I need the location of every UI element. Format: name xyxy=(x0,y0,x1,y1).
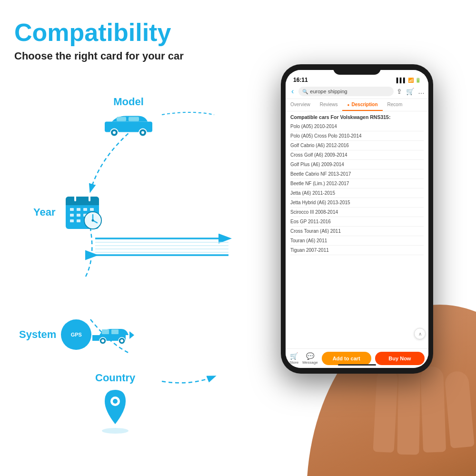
svg-point-9 xyxy=(113,131,116,134)
svg-rect-19 xyxy=(77,208,80,211)
compatibility-diagram: Model Year xyxy=(14,91,252,415)
system-label: System xyxy=(19,328,56,341)
status-time: 16:11 xyxy=(293,77,308,83)
message-button[interactable]: 💬 Message xyxy=(302,352,317,365)
svg-rect-11 xyxy=(117,117,126,121)
content-list: Compatible cars For Volskwagen RNS315: P… xyxy=(286,111,428,258)
list-item: Golf Plus (A6) 2009-2014 xyxy=(290,160,424,169)
tab-recommend[interactable]: Recom xyxy=(383,99,407,111)
model-label: Model xyxy=(113,96,144,108)
list-item: Jetta (A6) 2011-2015 xyxy=(290,188,424,198)
wifi-icon: 📶 xyxy=(408,78,414,83)
model-item: Model xyxy=(100,96,157,139)
nav-bar[interactable]: ‹ 🔍 europe shipping ⇪ 🛒 … xyxy=(286,84,428,99)
phone-wrapper: 16:11 ▌▌▌ 📶 🔋 ‹ 🔍 europe shipping xyxy=(281,64,433,374)
svg-marker-38 xyxy=(129,331,134,339)
right-panel: 16:11 ▌▌▌ 📶 🔋 ‹ 🔍 europe shipping xyxy=(262,0,476,476)
svg-rect-20 xyxy=(83,208,87,211)
message-icon: 💬 xyxy=(306,352,314,360)
country-label: Country xyxy=(95,372,135,384)
phone-screen: 16:11 ▌▌▌ 📶 🔋 ‹ 🔍 europe shipping xyxy=(286,70,428,368)
back-button[interactable]: ‹ xyxy=(289,86,296,97)
message-label: Message xyxy=(302,360,317,365)
home-indicator xyxy=(338,364,376,366)
list-item: Tiguan 2007-2011 xyxy=(290,246,424,255)
svg-point-41 xyxy=(113,399,118,404)
year-item: Year xyxy=(33,191,106,234)
scroll-up-button[interactable]: ∧ xyxy=(414,328,426,339)
svg-rect-18 xyxy=(70,208,74,211)
phone-body: 16:11 ▌▌▌ 📶 🔋 ‹ 🔍 europe shipping xyxy=(281,64,433,374)
tab-description[interactable]: ● Description xyxy=(342,99,382,111)
list-item: Scirocco III 2008-2014 xyxy=(290,208,424,217)
car-icon xyxy=(100,111,157,139)
active-tab-dot: ● xyxy=(347,103,350,107)
store-label: Store xyxy=(289,360,298,365)
svg-rect-25 xyxy=(70,219,74,222)
notch xyxy=(333,64,381,75)
location-icon xyxy=(96,386,134,434)
search-text: europe shipping xyxy=(310,89,347,94)
year-label: Year xyxy=(33,206,56,218)
tab-overview[interactable]: Overview xyxy=(286,99,315,111)
list-item: Cross Touran (A6) 2011 xyxy=(290,227,424,236)
list-item: Cross Golf (A6) 2009-2014 xyxy=(290,150,424,160)
search-icon: 🔍 xyxy=(302,89,308,94)
add-to-cart-button[interactable]: Add to cart xyxy=(322,352,371,365)
svg-point-36 xyxy=(101,339,104,342)
signal-icon: ▌▌▌ xyxy=(397,78,407,83)
nav-icons: ⇪ 🛒 … xyxy=(397,88,425,95)
page-subtitle: Choose the right card for your car xyxy=(14,50,262,62)
gps-car-icon xyxy=(92,322,135,348)
list-item: Golf Cabrio (A6) 2012-2016 xyxy=(290,141,424,150)
svg-rect-12 xyxy=(129,117,139,121)
svg-rect-33 xyxy=(111,329,119,334)
list-item: Beetle Cabrio NF 2013-2017 xyxy=(290,169,424,179)
section-title: Compatible cars For Volskwagen RNS315: xyxy=(290,114,424,120)
more-icon[interactable]: … xyxy=(418,88,425,95)
country-item: Country xyxy=(95,372,135,434)
list-item: Touran (A6) 2011 xyxy=(290,236,424,246)
list-item: Jetta Hybrid (A6) 2013-2015 xyxy=(290,198,424,208)
page-title: Compatibility xyxy=(14,19,262,46)
status-icons: ▌▌▌ 📶 🔋 xyxy=(397,78,421,83)
svg-point-39 xyxy=(102,428,129,434)
left-panel: Compatibility Choose the right card for … xyxy=(0,0,276,476)
buy-now-button[interactable]: Buy Now xyxy=(375,352,425,365)
cart-icon[interactable]: 🛒 xyxy=(406,88,414,95)
battery-icon: 🔋 xyxy=(415,78,421,83)
svg-rect-15 xyxy=(66,202,99,205)
system-item: System GPS xyxy=(19,319,135,350)
store-button[interactable]: 🛒 Store xyxy=(289,352,298,365)
svg-point-31 xyxy=(91,219,94,222)
svg-rect-21 xyxy=(90,208,94,211)
calendar-icon xyxy=(63,191,106,234)
list-item: Polo (A05) 2010-2014 xyxy=(290,122,424,131)
tab-reviews[interactable]: Reviews xyxy=(315,99,343,111)
list-item: Beetle NF (Lim.) 2012-2017 xyxy=(290,179,424,188)
svg-rect-23 xyxy=(77,214,80,217)
svg-point-10 xyxy=(141,131,144,134)
list-item: Polo (A05) Cross Polo 2010-2014 xyxy=(290,131,424,141)
store-icon: 🛒 xyxy=(290,352,298,360)
gps-label: GPS xyxy=(71,332,82,337)
svg-rect-32 xyxy=(102,329,109,334)
share-icon[interactable]: ⇪ xyxy=(397,88,402,95)
search-box[interactable]: 🔍 europe shipping xyxy=(298,87,394,96)
svg-rect-26 xyxy=(77,219,80,222)
svg-rect-22 xyxy=(70,214,74,217)
list-item: Eos GP 2011-2016 xyxy=(290,217,424,227)
svg-point-37 xyxy=(120,339,123,342)
tabs-bar[interactable]: Overview Reviews ● Description Recom xyxy=(286,99,428,111)
